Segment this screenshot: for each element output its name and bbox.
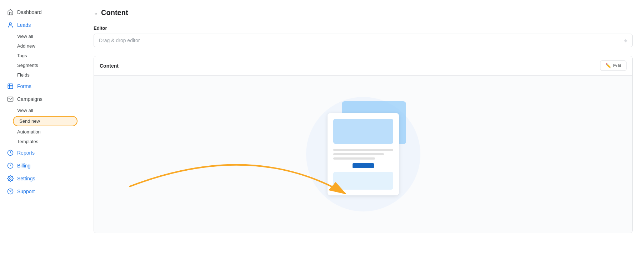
doc-button	[353, 163, 374, 168]
sidebar-item-campaigns-sendnew[interactable]: Send new	[13, 116, 78, 126]
sidebar-item-campaigns-automation[interactable]: Automation	[0, 127, 82, 137]
content-section-header: Content ✏️ Edit	[94, 56, 632, 76]
content-section-title: Content	[100, 63, 119, 69]
settings-label: Settings	[17, 176, 35, 181]
billing-label: Billing	[17, 163, 30, 169]
main-content: ⌄ Content Editor Drag & drop editor ◆ Co…	[82, 0, 644, 263]
forms-icon	[7, 83, 14, 89]
chevron-down-icon: ⌄	[94, 9, 98, 16]
home-icon	[7, 9, 14, 15]
section-header: ⌄ Content	[94, 9, 633, 17]
sidebar-item-campaigns-templates[interactable]: Templates	[0, 137, 82, 146]
sidebar-item-reports[interactable]: Reports	[0, 146, 82, 159]
mail-icon	[7, 96, 14, 102]
sidebar-item-leads-tags[interactable]: Tags	[0, 51, 82, 60]
email-doc-card	[328, 113, 399, 195]
forms-label: Forms	[17, 83, 31, 89]
doc-card-header	[333, 119, 393, 144]
sidebar-item-leads-addnew[interactable]: Add new	[0, 41, 82, 51]
sidebar-item-dashboard[interactable]: Dashboard	[0, 6, 82, 19]
content-section: Content ✏️ Edit	[94, 56, 633, 233]
sidebar-item-campaigns-viewall[interactable]: View all	[0, 106, 82, 115]
support-icon	[7, 188, 14, 195]
doc-line-1	[333, 149, 393, 151]
sidebar-item-leads[interactable]: Leads	[0, 19, 82, 31]
sidebar-item-leads-viewall[interactable]: View all	[0, 31, 82, 41]
reports-label: Reports	[17, 150, 35, 156]
sidebar-item-billing[interactable]: Billing	[0, 159, 82, 172]
dashboard-label: Dashboard	[17, 9, 42, 15]
sidebar-item-settings[interactable]: Settings	[0, 172, 82, 185]
campaigns-label: Campaigns	[17, 96, 43, 102]
svg-point-0	[9, 23, 11, 25]
doc-card-footer	[333, 172, 393, 190]
sidebar: Dashboard Leads View all Add new Tags Se…	[0, 0, 82, 263]
editor-label: Editor	[94, 25, 633, 31]
diamond-icon: ◆	[624, 38, 627, 43]
sidebar-item-leads-segments[interactable]: Segments	[0, 60, 82, 70]
sidebar-item-leads-fields[interactable]: Fields	[0, 70, 82, 80]
section-title: Content	[101, 9, 128, 17]
svg-point-9	[10, 178, 11, 180]
doc-line-3	[333, 157, 375, 160]
billing-icon	[7, 162, 14, 169]
person-icon	[7, 22, 14, 28]
sidebar-item-support[interactable]: Support	[0, 185, 82, 198]
pencil-icon: ✏️	[605, 63, 611, 68]
svg-rect-1	[8, 84, 13, 89]
reports-icon	[7, 150, 14, 156]
support-label: Support	[17, 189, 35, 194]
content-preview-area	[94, 76, 632, 233]
sidebar-item-forms[interactable]: Forms	[0, 80, 82, 93]
settings-icon	[7, 175, 14, 182]
doc-line-2	[333, 153, 384, 155]
edit-button[interactable]: ✏️ Edit	[600, 60, 626, 71]
editor-placeholder: Drag & drop editor	[99, 38, 140, 43]
sidebar-item-campaigns[interactable]: Campaigns	[0, 93, 82, 106]
leads-label: Leads	[17, 22, 31, 28]
editor-select[interactable]: Drag & drop editor ◆	[94, 34, 633, 47]
